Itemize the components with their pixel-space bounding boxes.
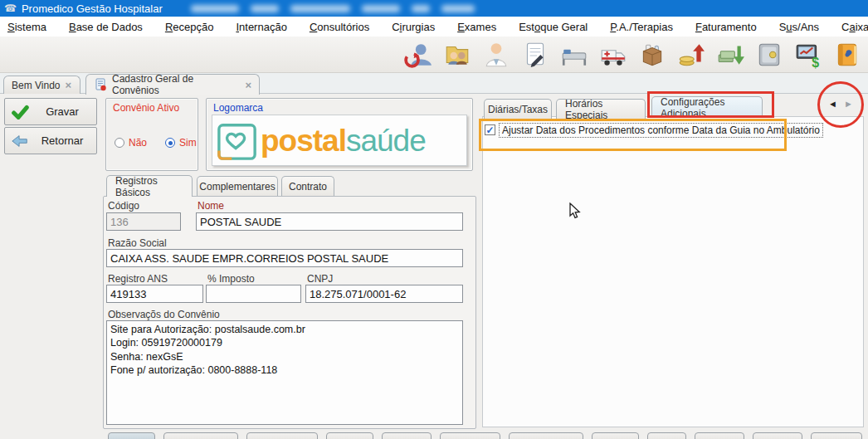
finance-chart-icon[interactable]: $	[792, 39, 824, 71]
titlebar-redacted-text	[191, 5, 486, 12]
window-title: Promedico Gestão Hospitalar	[22, 2, 163, 15]
ajustar-data-checkbox-row: ✓ Ajustar Data dos Procedimentos conform…	[485, 123, 823, 138]
convenio-ativo-groupbox: Convênio Ativo Não Sim	[105, 98, 198, 171]
gravar-button[interactable]: Gravar	[4, 98, 97, 125]
doctor-icon[interactable]	[480, 39, 512, 71]
safe-icon[interactable]	[753, 39, 785, 71]
menu-faturamento[interactable]: Faturamento	[695, 21, 757, 33]
imposto-field[interactable]	[206, 285, 301, 303]
codigo-field[interactable]	[106, 212, 181, 231]
close-icon[interactable]: ×	[65, 80, 71, 90]
toolbar: $	[0, 37, 868, 73]
money-up-icon[interactable]	[675, 39, 707, 71]
contract-document-icon[interactable]	[519, 39, 551, 71]
tab-label: Complementares	[199, 181, 275, 193]
tab-cadastro-geral-convenios[interactable]: Cadastro Geral de Convênios ×	[85, 74, 260, 95]
menu-sus-ans[interactable]: Sus/Ans	[779, 21, 819, 33]
menu-cirurgias[interactable]: Cirurgias	[392, 21, 435, 33]
menu-caixa[interactable]: Caixa	[841, 21, 868, 33]
razao-social-field[interactable]	[106, 249, 463, 267]
razao-social-label: Razão Social	[108, 237, 167, 249]
document-badge-icon	[94, 78, 107, 91]
menu-interna-o[interactable]: Internação	[236, 21, 286, 33]
bottom-tab-stub[interactable]	[163, 432, 238, 439]
menubar: SistemaBase de DadosRecepçãoInternaçãoCo…	[0, 17, 868, 37]
menu-consult-rios[interactable]: Consultórios	[310, 21, 369, 33]
retornar-button[interactable]: Retornar	[4, 127, 97, 154]
registro-ans-label: Registro ANS	[108, 273, 168, 285]
bottom-tab-stub[interactable]	[647, 432, 686, 439]
tab-registros-basicos[interactable]: Registros Básicos	[106, 175, 193, 197]
radio-nao[interactable]: Não	[115, 137, 147, 149]
check-icon	[5, 103, 35, 121]
sync-user-icon[interactable]	[402, 39, 434, 71]
bottom-tab-stub[interactable]	[382, 432, 432, 439]
tab-label: Horários Especiais	[565, 98, 636, 121]
radio-circle-selected[interactable]	[165, 138, 175, 148]
bottom-tab-stub[interactable]	[695, 432, 744, 439]
radio-sim[interactable]: Sim	[165, 137, 197, 149]
bottom-tab-stub[interactable]	[509, 432, 583, 439]
menu-recep-o[interactable]: Recepção	[165, 21, 214, 33]
observacoes-field[interactable]: Site para Autorização: postalsaude.com.b…	[106, 320, 463, 425]
logo-image: postalsaúde	[212, 115, 467, 166]
bottom-tab-stub[interactable]	[811, 432, 862, 439]
mouse-cursor	[567, 202, 583, 223]
close-icon[interactable]: ×	[245, 80, 251, 90]
brand-saude: saúde	[346, 124, 426, 158]
tab-label: Configurações Adicionais	[661, 96, 753, 120]
ambulance-icon[interactable]	[597, 39, 629, 71]
phonebook-icon[interactable]	[831, 39, 863, 71]
document-tab-bar: Bem Vindo × Cadastro Geral de Convênios …	[0, 73, 868, 94]
nome-label: Nome	[197, 200, 224, 212]
bottom-tab-stub[interactable]	[326, 432, 373, 439]
app-phone-icon: ☎	[4, 3, 17, 13]
retornar-label: Retornar	[35, 134, 96, 147]
cnpj-label: CNPJ	[307, 273, 333, 285]
titlebar: ☎ Promedico Gestão Hospitalar	[0, 0, 868, 17]
imposto-label: % Imposto	[207, 273, 255, 285]
tab-configuracoes-adicionais[interactable]: Configurações Adicionais	[651, 96, 763, 118]
tab-label: Contrato	[289, 181, 327, 193]
configuracoes-adicionais-panel	[482, 116, 864, 427]
menu-exames[interactable]: Exames	[457, 21, 496, 33]
patients-folder-icon[interactable]	[441, 39, 473, 71]
observacoes-label: Observaçõs do Convênio	[108, 309, 220, 320]
nome-field[interactable]	[196, 212, 463, 231]
menu-estoque-geral[interactable]: Estoque Geral	[519, 21, 588, 33]
pharmacy-stock-icon[interactable]	[636, 39, 668, 71]
menu-base-de-dados[interactable]: Base de Dados	[69, 21, 143, 33]
tab-complementares[interactable]: Complementares	[197, 176, 278, 197]
tab-bem-vindo[interactable]: Bem Vindo ×	[3, 76, 80, 94]
bottom-tab-stub[interactable]	[592, 432, 639, 439]
menu-p-a-terapias[interactable]: P.A./Terapias	[610, 21, 673, 33]
tab-diarias-taxas[interactable]: Diárias/Taxas	[484, 99, 552, 120]
codigo-label: Código	[108, 200, 139, 212]
menu-sistema[interactable]: Sistema	[7, 21, 46, 33]
brand-postal: postal	[261, 124, 346, 158]
tab-label: Registros Básicos	[115, 175, 183, 198]
cnpj-field[interactable]	[305, 285, 463, 303]
radio-sim-label: Sim	[179, 137, 197, 149]
tab-horarios-especiais[interactable]: Horários Especiais	[556, 99, 646, 120]
radio-circle[interactable]	[115, 138, 124, 148]
bottom-tab-stub[interactable]	[246, 432, 318, 439]
tab-label: Diárias/Taxas	[488, 104, 548, 115]
money-down-icon[interactable]	[714, 39, 746, 71]
tab-scroll-arrows: ◄ ►	[828, 99, 853, 109]
ajustar-data-checkbox-label[interactable]: Ajustar Data dos Procedimentos conforme …	[499, 123, 823, 138]
tab-contrato[interactable]: Contrato	[281, 176, 334, 197]
bottom-tab-stub[interactable]	[753, 432, 802, 439]
bottom-tab-stub[interactable]	[440, 432, 500, 439]
logomarca-title: Logomarca	[213, 102, 263, 114]
registro-ans-field[interactable]	[106, 285, 203, 303]
brand-wordmark: postalsaúde	[261, 125, 426, 156]
scroll-left-icon[interactable]: ◄	[828, 99, 837, 109]
app-window: ☎ Promedico Gestão Hospitalar SistemaBas…	[0, 0, 868, 439]
tab-label: Cadastro Geral de Convênios	[112, 73, 240, 96]
checkbox-checked[interactable]: ✓	[485, 124, 495, 135]
scroll-right-icon[interactable]: ►	[844, 99, 853, 109]
bottom-tab-stub[interactable]	[108, 432, 155, 439]
hospital-bed-icon[interactable]	[558, 39, 590, 71]
convenio-ativo-title: Convênio Ativo	[113, 102, 179, 114]
